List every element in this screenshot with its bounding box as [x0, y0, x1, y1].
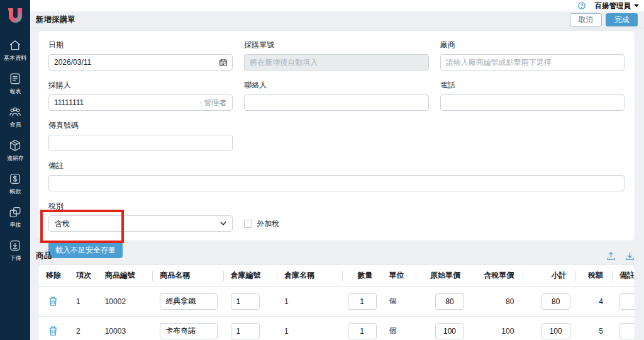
purchaser-input[interactable] — [48, 94, 233, 111]
product-name-input[interactable] — [160, 323, 218, 339]
col-warehouse-code: 倉庫編號 — [223, 265, 277, 286]
products-table-card: 移除 項次 商品編號 商品名稱 倉庫編號 倉庫名稱 數量 單位 原始單價 含稅單… — [38, 264, 635, 340]
warehouse-name-cell: 1 — [277, 286, 342, 316]
phone-field-group: 電話 — [440, 80, 625, 111]
page-title: 新增採購單 — [36, 14, 75, 25]
calendar-icon[interactable] — [219, 58, 228, 67]
contact-input[interactable] — [244, 94, 428, 111]
tax-type-select[interactable]: 含稅 — [48, 215, 233, 232]
delete-row-button[interactable] — [47, 324, 59, 337]
col-orig-price: 原始單價 — [416, 265, 469, 286]
col-seq: 項次 — [69, 265, 97, 286]
user-name: 百揚管理員 — [595, 1, 631, 11]
app-logo[interactable] — [4, 4, 26, 27]
qty-input[interactable] — [348, 293, 377, 310]
warehouse-code-input[interactable] — [231, 293, 260, 310]
col-warehouse-name: 倉庫名稱 — [277, 265, 342, 286]
tax-field-group: 稅別 含稅 外加稅 — [48, 201, 625, 232]
subtotal-input[interactable] — [541, 323, 570, 339]
sidebar-item-basic-data[interactable]: 基本資料 — [0, 38, 30, 62]
po-number-label: 採購單號 — [244, 40, 428, 50]
col-product-code: 商品編號 — [97, 265, 152, 286]
table-row: 2 10003 1 個 100 5 — [38, 316, 635, 340]
unit-cell: 個 — [382, 286, 416, 316]
chevron-down-icon — [634, 4, 639, 8]
seq-cell: 1 — [69, 286, 97, 316]
home-icon — [8, 38, 22, 52]
tax-price-cell: 80 — [469, 286, 523, 316]
help-icon[interactable] — [577, 1, 586, 10]
extra-tax-option[interactable]: 外加稅 — [244, 218, 428, 229]
sidebar-item-label: 會員 — [9, 121, 21, 128]
sidebar-item-members[interactable]: 會員 — [0, 105, 30, 129]
col-subtotal: 小計 — [523, 265, 575, 286]
fax-input[interactable] — [48, 135, 233, 151]
product-name-input[interactable] — [160, 293, 218, 310]
sidebar-item-billing[interactable]: 帳款 — [0, 172, 30, 196]
extra-tax-label: 外加稅 — [257, 218, 279, 229]
col-note[interactable]: 備註 — [612, 265, 635, 286]
col-remove: 移除 — [38, 265, 69, 286]
po-number-field-group: 採購單號 — [244, 40, 428, 71]
products-table: 移除 項次 商品編號 商品名稱 倉庫編號 倉庫名稱 數量 單位 原始單價 含稅單… — [38, 265, 635, 340]
tax-price-cell: 100 — [469, 316, 523, 340]
vendor-input[interactable] — [440, 54, 625, 71]
purchaser-field-group: 採購人 - 管理者 — [48, 80, 233, 111]
date-input[interactable] — [48, 54, 233, 71]
note-input[interactable] — [48, 175, 625, 191]
members-icon — [8, 105, 22, 119]
sidebar-item-integration[interactable]: 串接 — [0, 205, 30, 229]
fax-label: 傳真號碼 — [48, 120, 233, 131]
delete-row-button[interactable] — [47, 295, 59, 308]
tax-type-value: 含稅 — [55, 218, 70, 229]
chevron-down-icon — [220, 222, 226, 226]
trash-icon — [48, 326, 58, 336]
row-note-input[interactable] — [619, 323, 635, 339]
table-row: 1 10002 1 個 80 4 — [38, 286, 635, 316]
phone-input[interactable] — [440, 94, 625, 111]
user-menu[interactable]: 百揚管理員 — [595, 1, 640, 11]
upload-icon[interactable] — [606, 251, 616, 261]
sidebar-item-inventory[interactable]: 進銷存 — [0, 139, 30, 162]
warehouse-code-input[interactable] — [231, 323, 260, 339]
orig-price-input[interactable] — [435, 323, 464, 339]
fax-field-group: 傳真號碼 — [48, 120, 233, 151]
note-label: 備註 — [48, 161, 625, 171]
extra-tax-checkbox[interactable] — [244, 220, 252, 228]
integration-icon — [8, 205, 22, 219]
inventory-icon — [8, 139, 22, 152]
date-label: 日期 — [48, 40, 233, 50]
tax-type-label: 稅別 — [48, 201, 625, 212]
sidebar-item-download[interactable]: 下傳 — [0, 239, 30, 263]
topbar: 百揚管理員 — [30, 0, 644, 11]
qty-input[interactable] — [348, 323, 377, 339]
cancel-button[interactable]: 取消 — [570, 13, 602, 26]
sidebar-item-label: 帳款 — [9, 188, 21, 195]
unit-cell: 個 — [382, 316, 416, 340]
products-section-header: 商品 — [36, 249, 635, 262]
purchaser-label: 採購人 — [48, 80, 233, 91]
page-header: 新增採購單 取消 完成 — [30, 11, 644, 28]
warehouse-name-cell: 1 — [277, 316, 342, 340]
header-actions: 取消 完成 — [570, 13, 638, 26]
product-code-cell: 10002 — [97, 286, 152, 316]
sidebar-item-reports[interactable]: 報表 — [0, 72, 30, 96]
row-note-input[interactable] — [619, 293, 635, 310]
purchase-form-card: 日期 採購單號 廠商 — [38, 30, 635, 241]
download-icon — [8, 239, 22, 252]
done-button[interactable]: 完成 — [606, 13, 638, 26]
products-title: 商品 — [36, 251, 52, 261]
orig-price-input[interactable] — [435, 293, 464, 310]
date-field-group: 日期 — [48, 40, 233, 71]
sidebar-item-label: 基本資料 — [4, 54, 26, 62]
note-field-group: 備註 — [48, 161, 625, 191]
col-product-name: 商品名稱 — [152, 265, 223, 286]
product-code-cell: 10003 — [97, 316, 152, 340]
col-qty: 數量 — [342, 265, 381, 286]
vendor-field-group: 廠商 — [440, 40, 625, 71]
export-download-icon[interactable] — [625, 251, 635, 261]
billing-icon — [8, 172, 22, 186]
logo-u-icon — [4, 4, 26, 27]
subtotal-input[interactable] — [541, 293, 570, 310]
sidebar-item-label: 下傳 — [9, 254, 21, 262]
